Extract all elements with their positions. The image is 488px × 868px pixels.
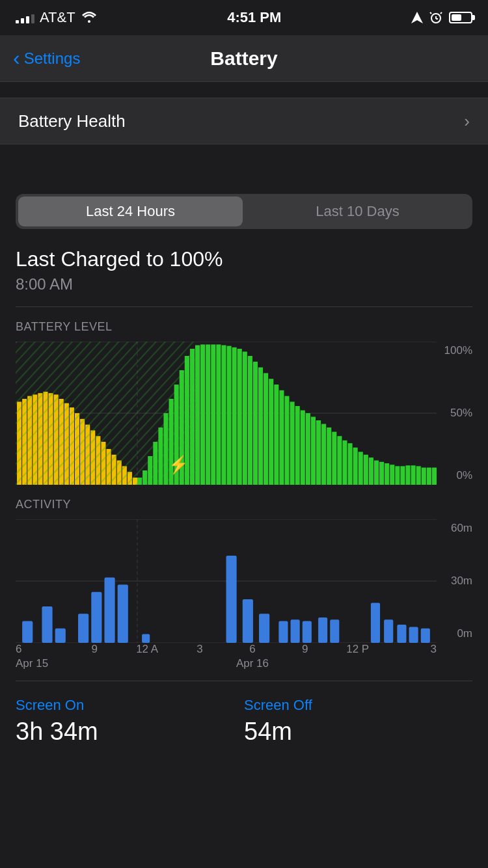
time-label-12p: 12 P xyxy=(331,643,384,656)
activity-chart-container: 60m 30m 0m xyxy=(16,519,472,643)
svg-rect-96 xyxy=(22,621,33,643)
y-label-60m: 60m xyxy=(437,522,472,535)
time-label-6a-1: 6 xyxy=(16,643,68,656)
status-time: 4:51 PM xyxy=(227,9,281,26)
svg-rect-71 xyxy=(342,441,347,485)
svg-rect-48 xyxy=(221,346,226,485)
time-label-6p: 6 xyxy=(226,643,279,656)
time-label-12a: 12 A xyxy=(121,643,174,656)
svg-rect-114 xyxy=(397,625,406,643)
svg-rect-80 xyxy=(390,465,394,485)
svg-rect-67 xyxy=(321,424,326,485)
activity-chart xyxy=(16,519,437,643)
svg-rect-110 xyxy=(318,617,327,643)
wifi-icon xyxy=(81,11,98,24)
svg-rect-47 xyxy=(216,344,221,485)
svg-rect-44 xyxy=(200,344,205,485)
svg-rect-60 xyxy=(284,396,289,485)
time-label-9a-1: 9 xyxy=(68,643,121,656)
svg-rect-103 xyxy=(142,634,150,643)
back-button[interactable]: ‹ Settings xyxy=(13,46,80,70)
segment-btn-24h[interactable]: Last 24 Hours xyxy=(18,197,243,226)
back-label[interactable]: Settings xyxy=(24,49,81,68)
svg-rect-64 xyxy=(306,413,310,485)
svg-rect-65 xyxy=(311,417,316,485)
svg-rect-113 xyxy=(384,619,393,643)
svg-rect-97 xyxy=(42,606,52,643)
svg-rect-58 xyxy=(274,385,278,485)
date-label-apr15: Apr 15 xyxy=(16,657,68,670)
svg-rect-73 xyxy=(353,448,358,485)
signal-bar-4 xyxy=(31,14,34,23)
y-label-100: 100% xyxy=(437,344,472,357)
carrier-label: AT&T xyxy=(40,9,75,26)
chevron-right-icon: › xyxy=(464,111,470,131)
battery-level-section: BATTERY LEVEL xyxy=(0,307,488,485)
svg-rect-70 xyxy=(337,436,342,485)
battery-chart-container: ⚡ 100% 50% 0% xyxy=(16,342,472,485)
svg-rect-62 xyxy=(295,406,300,485)
svg-rect-86 xyxy=(422,468,426,485)
svg-rect-88 xyxy=(432,468,437,485)
activity-label: ACTIVITY xyxy=(16,498,472,511)
svg-rect-59 xyxy=(279,390,284,485)
svg-rect-109 xyxy=(303,621,312,643)
content: Battery Health › Last 24 Hours Last 10 D… xyxy=(0,98,488,765)
svg-rect-52 xyxy=(243,351,247,485)
svg-rect-74 xyxy=(359,452,363,485)
svg-rect-50 xyxy=(232,347,237,485)
svg-rect-55 xyxy=(258,368,263,485)
chevron-left-icon: ‹ xyxy=(13,46,20,70)
svg-rect-68 xyxy=(327,427,331,485)
date-label-apr16: Apr 16 xyxy=(226,657,279,670)
last-charged-title: Last Charged to 100% xyxy=(16,247,472,271)
svg-rect-89 xyxy=(16,342,137,485)
nav-bar: ‹ Settings Battery xyxy=(0,35,488,82)
svg-rect-99 xyxy=(78,614,88,643)
location-icon xyxy=(411,12,423,23)
svg-rect-79 xyxy=(385,463,389,485)
svg-rect-101 xyxy=(104,577,115,643)
svg-rect-46 xyxy=(211,344,215,485)
svg-rect-72 xyxy=(348,443,353,485)
svg-rect-111 xyxy=(330,619,339,643)
svg-rect-116 xyxy=(421,629,430,643)
signal-bar-2 xyxy=(21,18,24,23)
last-charged-time: 8:00 AM xyxy=(16,275,472,293)
y-label-30m: 30m xyxy=(437,575,472,588)
battery-health-row[interactable]: Battery Health › xyxy=(0,98,488,144)
y-label-0: 0% xyxy=(437,469,472,482)
svg-rect-87 xyxy=(427,468,431,485)
svg-rect-61 xyxy=(290,401,295,485)
svg-rect-115 xyxy=(409,627,418,643)
battery-fill xyxy=(452,14,461,21)
svg-rect-45 xyxy=(206,344,210,485)
page-title: Battery xyxy=(210,47,277,70)
svg-rect-98 xyxy=(55,629,66,643)
svg-rect-102 xyxy=(118,585,128,643)
date-labels-row: Apr 15 Apr 16 xyxy=(16,657,472,670)
segment-btn-10d[interactable]: Last 10 Days xyxy=(245,197,470,226)
time-labels-row: 6 9 12 A 3 6 9 12 P 3 xyxy=(16,643,472,656)
signal-bars xyxy=(16,12,34,23)
time-label-3p: 3 xyxy=(384,643,437,656)
status-bar: AT&T 4:51 PM xyxy=(0,0,488,35)
svg-rect-82 xyxy=(400,466,405,485)
signal-bar-1 xyxy=(16,20,19,23)
svg-rect-76 xyxy=(369,457,373,485)
screen-off-value: 54m xyxy=(244,718,472,746)
svg-rect-104 xyxy=(226,556,237,643)
battery-health-label: Battery Health xyxy=(18,111,126,131)
status-left: AT&T xyxy=(16,9,98,26)
signal-bar-3 xyxy=(26,16,29,23)
battery-level-label: BATTERY LEVEL xyxy=(16,320,472,334)
battery-y-labels: 100% 50% 0% xyxy=(437,342,472,485)
screen-on-value: 3h 34m xyxy=(16,718,244,746)
time-label-9p: 9 xyxy=(278,643,331,656)
screen-off-label: Screen Off xyxy=(244,697,472,714)
svg-rect-56 xyxy=(264,373,268,485)
spacer xyxy=(0,144,488,160)
svg-rect-83 xyxy=(405,465,410,485)
svg-rect-78 xyxy=(379,462,384,485)
time-label-3a: 3 xyxy=(174,643,226,656)
